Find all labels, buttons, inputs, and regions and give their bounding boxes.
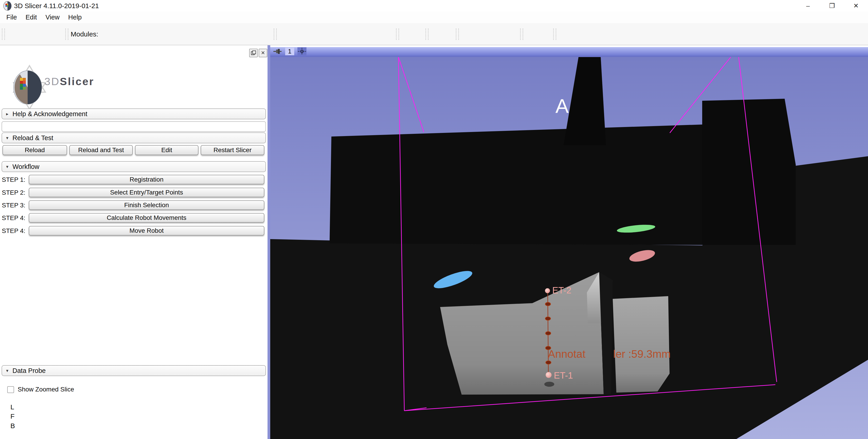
help-text-box <box>2 121 266 132</box>
reload-button[interactable]: Reload <box>2 145 67 155</box>
step-4b-label: STEP 4: <box>2 227 25 234</box>
panel-float-icon[interactable] <box>249 49 258 57</box>
calculate-robot-movements-button[interactable]: Calculate Robot Movements <box>29 213 264 223</box>
toolbar-drag-handle[interactable] <box>2 29 5 40</box>
section-data-probe[interactable]: ▾ Data Probe <box>2 365 266 376</box>
view-top-gap <box>270 45 868 47</box>
registration-button[interactable]: Registration <box>29 175 264 184</box>
section-help-label: Help & Acknowledgement <box>12 110 87 118</box>
menu-file[interactable]: File <box>3 13 23 21</box>
toolbar-separator <box>65 29 68 40</box>
view-pin-icon[interactable] <box>273 48 282 55</box>
phantom-block-right <box>613 296 670 393</box>
fiducial-et1-label[interactable]: ET-1 <box>554 370 573 380</box>
menu-bar: File Edit View Help <box>0 11 868 23</box>
logo-text-slicer: Slicer <box>60 75 94 87</box>
fiducial-shadow <box>544 382 554 387</box>
expand-triangle-icon: ▾ <box>2 164 12 169</box>
menu-help[interactable]: Help <box>65 13 87 21</box>
toolbar-separator <box>553 29 556 40</box>
module-panel: ✕ 3DSlicer ▸ Help & Acknowledgement ▾ Re… <box>0 45 268 439</box>
app-logo-icon <box>3 1 12 11</box>
orientation-label-anterior: A <box>555 95 569 117</box>
slicer-window: 3D Slicer 4.11.0-2019-01-21 – ❐ ✕ File E… <box>0 0 868 439</box>
reload-and-test-button[interactable]: Reload and Test <box>69 145 133 155</box>
toolbar-separator <box>396 29 399 40</box>
section-workflow[interactable]: ▾ Workflow <box>2 161 266 172</box>
panel-close-icon[interactable]: ✕ <box>259 49 267 57</box>
show-zoomed-slice-label: Show Zoomed Slice <box>18 386 74 393</box>
section-reload-label: Reload & Test <box>12 134 53 142</box>
restore-icon[interactable]: ❐ <box>820 0 844 11</box>
panel-splitter[interactable] <box>268 45 270 439</box>
expand-triangle-icon: ▾ <box>2 135 12 140</box>
toolbar-separator <box>425 29 429 40</box>
probe-row-b: B <box>10 422 15 430</box>
select-entry-target-points-button[interactable]: Select Entry/Target Points <box>29 188 264 197</box>
section-data-probe-label: Data Probe <box>12 367 46 374</box>
move-robot-button[interactable]: Move Robot <box>29 226 264 236</box>
step-1-label: STEP 1: <box>2 176 25 183</box>
section-workflow-label: Workflow <box>12 163 39 170</box>
window-title: 3D Slicer 4.11.0-2019-01-21 <box>14 2 99 10</box>
logo-wordmark: 3DSlicer <box>44 75 94 88</box>
fiducial-et2-marker[interactable] <box>545 288 550 293</box>
3d-view[interactable]: ET-2 ET-1 Annotat ler :59.3mm A <box>270 57 868 439</box>
title-bar: 3D Slicer 4.11.0-2019-01-21 – ❐ ✕ <box>0 0 868 11</box>
collapse-triangle-icon: ▸ <box>2 111 12 117</box>
modules-label: Modules: <box>71 23 98 45</box>
fiducial-et1-marker[interactable] <box>546 372 552 378</box>
toolbar-separator <box>456 29 459 40</box>
ruler-annotation-left: Annotat <box>548 348 585 360</box>
minimize-icon[interactable]: – <box>796 0 820 11</box>
menu-view[interactable]: View <box>42 13 65 21</box>
section-help-acknowledgement[interactable]: ▸ Help & Acknowledgement <box>2 108 266 119</box>
window-controls: – ❐ ✕ <box>796 0 868 11</box>
probe-row-f: F <box>10 412 14 420</box>
view-crosshair-icon[interactable] <box>297 47 307 56</box>
ruler-annotation-right: ler :59.3mm <box>613 348 671 360</box>
show-zoomed-slice-checkbox[interactable] <box>7 386 14 393</box>
edit-button[interactable]: Edit <box>135 145 198 155</box>
probe-row-l: L <box>10 403 14 411</box>
restart-slicer-button[interactable]: Restart Slicer <box>201 145 264 155</box>
step-2-label: STEP 2: <box>2 189 25 196</box>
view3d-number: 1 <box>285 48 294 55</box>
finish-selection-button[interactable]: Finish Selection <box>29 200 264 210</box>
close-icon[interactable]: ✕ <box>844 0 868 11</box>
menu-edit[interactable]: Edit <box>23 13 42 21</box>
step-4-label: STEP 4: <box>2 214 25 222</box>
view3d-header-bar[interactable]: 1 <box>270 47 868 57</box>
step-3-label: STEP 3: <box>2 202 25 209</box>
logo-text-3d: 3D <box>44 75 60 87</box>
section-reload-test[interactable]: ▾ Reload & Test <box>2 132 266 143</box>
main-toolbar: DATA DCM SAVE Modules: <box>0 23 868 45</box>
fiducial-et2-label[interactable]: ET-2 <box>552 285 571 295</box>
expand-triangle-icon: ▾ <box>2 368 12 373</box>
toolbar-separator <box>520 29 523 40</box>
right-slice-plane <box>702 99 796 245</box>
toolbar-separator <box>274 29 277 40</box>
